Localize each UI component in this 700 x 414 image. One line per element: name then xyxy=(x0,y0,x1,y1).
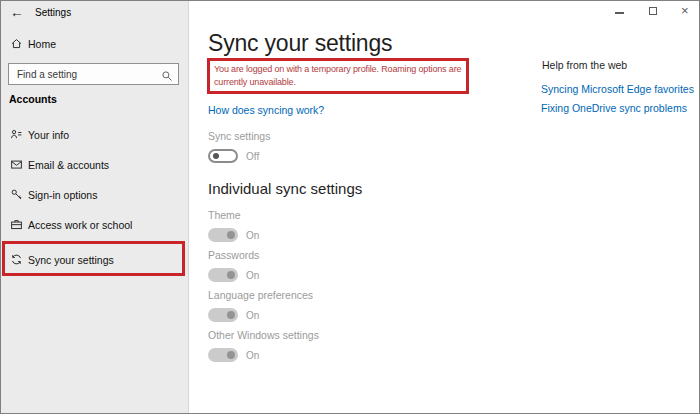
other-windows-settings-state: On xyxy=(246,350,259,361)
sidebar-item-email-accounts[interactable]: Email & accounts xyxy=(1,152,187,176)
key-icon xyxy=(10,187,23,200)
language-preferences-toggle[interactable] xyxy=(208,308,238,322)
passwords-label: Passwords xyxy=(208,249,259,261)
theme-state: On xyxy=(246,230,259,241)
sync-settings-state: Off xyxy=(246,151,259,162)
language-preferences-label: Language preferences xyxy=(208,289,313,301)
warning-line: currently unavailable. xyxy=(214,76,464,89)
close-button[interactable]: × xyxy=(681,3,689,19)
sidebar-item-label: Email & accounts xyxy=(28,159,109,171)
sidebar-item-label: Sign-in options xyxy=(28,189,97,201)
language-preferences-state: On xyxy=(246,310,259,321)
how-does-syncing-work-link[interactable]: How does syncing work? xyxy=(208,104,324,116)
search-icon xyxy=(161,68,173,86)
home-icon xyxy=(10,36,23,49)
sidebar-section-accounts: Accounts xyxy=(9,93,57,105)
sidebar-item-label: Access work or school xyxy=(28,219,132,231)
sidebar: ← Settings Home Accounts Your info Email… xyxy=(1,1,189,413)
minimize-button[interactable] xyxy=(615,12,624,14)
sidebar-item-access-work-school[interactable]: Access work or school xyxy=(1,212,187,236)
sidebar-item-sync-your-settings[interactable]: Sync your settings xyxy=(1,247,187,271)
sidebar-item-label: Your info xyxy=(28,129,69,141)
window-title: Settings xyxy=(35,7,71,18)
back-button[interactable]: ← xyxy=(10,4,24,20)
individual-sync-settings-header: Individual sync settings xyxy=(208,180,362,197)
help-link-onedrive-problems[interactable]: Fixing OneDrive sync problems xyxy=(541,102,687,114)
sidebar-item-sign-in-options[interactable]: Sign-in options xyxy=(1,182,187,206)
sidebar-item-home[interactable]: Home xyxy=(28,38,56,50)
theme-label: Theme xyxy=(208,209,241,221)
sidebar-item-label: Sync your settings xyxy=(28,254,114,266)
sidebar-item-your-info[interactable]: Your info xyxy=(1,122,187,146)
help-link-edge-favorites[interactable]: Syncing Microsoft Edge favorites xyxy=(541,83,694,95)
page-title: Sync your settings xyxy=(208,30,392,57)
maximize-button[interactable] xyxy=(649,7,657,15)
other-windows-settings-toggle[interactable] xyxy=(208,348,238,362)
warning-line: You are logged on with a temporary profi… xyxy=(214,63,464,76)
theme-toggle[interactable] xyxy=(208,228,238,242)
help-from-web-title: Help from the web xyxy=(542,59,627,71)
passwords-state: On xyxy=(246,270,259,281)
person-icon xyxy=(10,127,23,140)
briefcase-icon xyxy=(10,217,23,230)
passwords-toggle[interactable] xyxy=(208,268,238,282)
sync-icon xyxy=(10,252,23,265)
temporary-profile-warning: You are logged on with a temporary profi… xyxy=(214,63,464,89)
search-input[interactable] xyxy=(8,63,179,85)
sync-settings-toggle[interactable] xyxy=(208,149,238,163)
sync-settings-label: Sync settings xyxy=(208,130,270,142)
envelope-icon xyxy=(10,157,23,170)
back-arrow-icon: ← xyxy=(10,4,24,20)
other-windows-settings-label: Other Windows settings xyxy=(208,329,319,341)
